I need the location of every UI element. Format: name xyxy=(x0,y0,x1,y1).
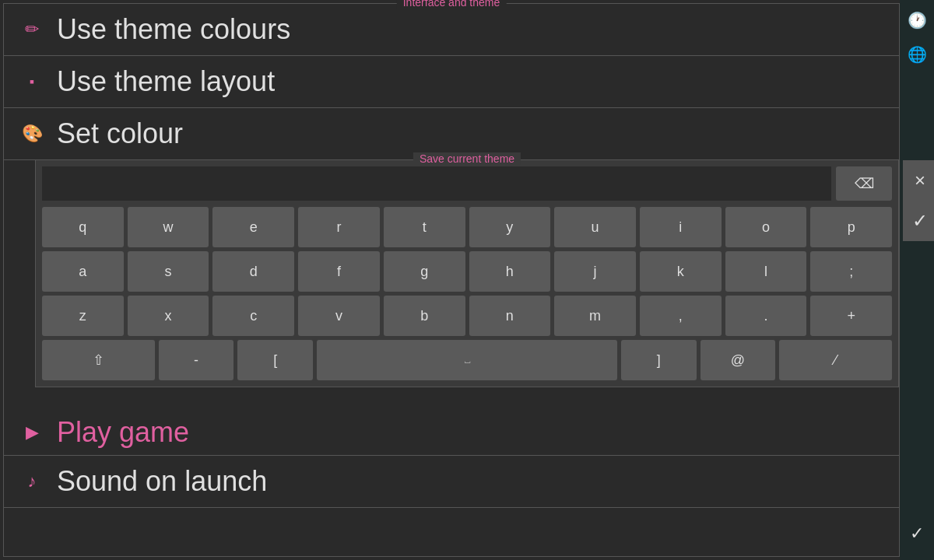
pencil-icon: ✏ xyxy=(19,19,44,40)
keyboard-side-buttons: × ✓ xyxy=(903,160,934,241)
key-y[interactable]: y xyxy=(469,207,551,247)
play-icon: ▶ xyxy=(19,422,44,443)
keyboard-input-row: ⌫ xyxy=(42,166,892,201)
key-w[interactable]: w xyxy=(128,207,209,247)
key-m[interactable]: m xyxy=(554,296,636,336)
keyboard-overlay: Save current theme ⌫ q w e r t y u i o p… xyxy=(35,159,899,387)
key-l[interactable]: l xyxy=(725,251,807,292)
key-period[interactable]: . xyxy=(725,296,807,336)
key-lbracket[interactable]: [ xyxy=(237,340,313,380)
key-x[interactable]: x xyxy=(128,296,209,336)
sound-on-launch-label: Sound on launch xyxy=(57,465,267,498)
key-dash[interactable]: - xyxy=(159,340,234,380)
menu-item-sound-on-launch[interactable]: ♪ Sound on launch xyxy=(4,456,899,508)
key-row-1: q w e r t y u i o p xyxy=(42,207,892,247)
key-space[interactable]: ⎵ xyxy=(317,340,617,380)
key-comma[interactable]: , xyxy=(640,296,722,336)
panel-title: Interface and theme xyxy=(397,0,507,9)
key-rbracket[interactable]: ] xyxy=(621,340,697,380)
key-r[interactable]: r xyxy=(298,207,380,247)
key-b[interactable]: b xyxy=(384,296,465,336)
key-p[interactable]: p xyxy=(810,207,892,247)
key-s[interactable]: s xyxy=(128,251,209,292)
clock-icon[interactable]: 🕐 xyxy=(900,3,934,37)
menu-item-use-theme-layout[interactable]: ▪ Use theme layout xyxy=(4,56,899,108)
main-panel: Interface and theme ✏ Use theme colours … xyxy=(3,3,900,557)
key-h[interactable]: h xyxy=(469,251,551,292)
theme-name-input[interactable] xyxy=(42,166,831,201)
key-v[interactable]: v xyxy=(298,296,380,336)
key-c[interactable]: c xyxy=(212,296,294,336)
set-colour-label: Set colour xyxy=(57,117,183,150)
key-f[interactable]: f xyxy=(298,251,380,292)
key-row-3: z x c v b n m , . + xyxy=(42,296,892,336)
key-n[interactable]: n xyxy=(469,296,551,336)
key-row-4: ⇧ - [ ⎵ ] @ ∕ xyxy=(42,340,892,380)
cancel-button[interactable]: × xyxy=(903,160,934,201)
key-slash[interactable]: ∕ xyxy=(779,340,892,380)
use-theme-colours-label: Use theme colours xyxy=(57,13,290,46)
music-icon: ♪ xyxy=(19,471,44,492)
square-icon: ▪ xyxy=(19,74,44,90)
keyboard-rows: q w e r t y u i o p a s d f g h j k xyxy=(42,207,892,380)
key-q[interactable]: q xyxy=(42,207,124,247)
use-theme-layout-label: Use theme layout xyxy=(57,65,275,98)
right-sidebar: 🕐 🌐 ✓ xyxy=(900,0,934,560)
key-at[interactable]: @ xyxy=(700,340,776,380)
key-semicolon[interactable]: ; xyxy=(810,251,892,292)
key-e[interactable]: e xyxy=(212,207,294,247)
key-a[interactable]: a xyxy=(42,251,124,292)
key-i[interactable]: i xyxy=(640,207,722,247)
key-z[interactable]: z xyxy=(42,296,124,336)
key-o[interactable]: o xyxy=(725,207,807,247)
key-d[interactable]: d xyxy=(212,251,294,292)
key-plus[interactable]: + xyxy=(810,296,892,336)
globe-icon[interactable]: 🌐 xyxy=(900,37,934,72)
menu-item-use-theme-colours[interactable]: ✏ Use theme colours xyxy=(4,4,899,56)
palette-icon: 🎨 xyxy=(19,124,44,144)
backspace-key[interactable]: ⌫ xyxy=(836,166,892,201)
key-j[interactable]: j xyxy=(554,251,636,292)
key-row-2: a s d f g h j k l ; xyxy=(42,251,892,292)
menu-item-play-game-partial[interactable]: ▶ Play game xyxy=(4,409,899,456)
key-u[interactable]: u xyxy=(554,207,636,247)
key-k[interactable]: k xyxy=(640,251,722,292)
key-g[interactable]: g xyxy=(384,251,465,292)
key-shift[interactable]: ⇧ xyxy=(42,340,155,380)
confirm-button[interactable]: ✓ xyxy=(903,201,934,241)
play-game-label: Play game xyxy=(57,416,189,449)
keyboard-title: Save current theme xyxy=(413,152,521,165)
key-t[interactable]: t xyxy=(384,207,465,247)
sidebar-confirm-icon[interactable]: ✓ xyxy=(900,516,934,551)
